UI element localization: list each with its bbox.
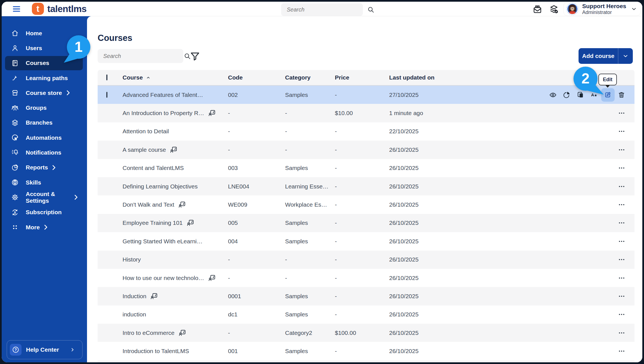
course-updated: 27/10/2025 — [389, 92, 542, 98]
add-course-button[interactable]: Add course — [579, 48, 633, 64]
help-center-button[interactable]: ? Help Center — [7, 340, 83, 359]
chevron-right-icon — [50, 164, 58, 171]
row-checkbox[interactable] — [106, 92, 107, 98]
table-row[interactable]: Intro to eCommerce-Category2$100.0026/10… — [98, 324, 634, 342]
menu-icon[interactable] — [12, 5, 21, 13]
column-header-category[interactable]: Category — [285, 74, 335, 81]
table-row[interactable]: Getting Started With eLearni…004Samples-… — [98, 232, 634, 250]
global-search-input[interactable] — [281, 6, 367, 13]
select-all-checkbox[interactable] — [106, 74, 107, 80]
table-row[interactable]: Attention to Detail---22/10/2025 — [98, 122, 634, 141]
course-name[interactable]: Content and TalentLMS — [123, 165, 184, 171]
course-category: - — [285, 128, 335, 135]
column-header-course[interactable]: Course — [123, 74, 228, 81]
table-row[interactable]: Don't Walk and TextWE009Workplace Es…-26… — [98, 195, 634, 214]
row-more-button[interactable] — [615, 269, 628, 287]
table-row[interactable]: A sample course---26/10/2025 — [98, 141, 634, 159]
sidebar-item-account-settings[interactable]: Account & Settings — [2, 190, 87, 205]
sidebar-item-learning-paths[interactable]: Learning paths — [2, 71, 87, 85]
row-more-button[interactable] — [615, 324, 628, 342]
course-code: LNE004 — [228, 183, 285, 190]
row-more-button[interactable] — [615, 178, 628, 195]
sidebar-item-subscription[interactable]: $Subscription — [2, 205, 87, 220]
sidebar-item-more[interactable]: More — [2, 220, 87, 235]
chevron-down-icon — [622, 53, 629, 59]
trash-icon — [618, 91, 625, 99]
logo[interactable]: t talentlms — [32, 3, 86, 15]
delete-button[interactable] — [615, 86, 628, 104]
sidebar-item-course-store[interactable]: Course store — [2, 85, 87, 100]
table-row[interactable]: An Introduction to Property R…--$10.001 … — [98, 104, 634, 122]
user-name: Support Heroes — [582, 3, 626, 10]
search-icon[interactable] — [367, 6, 374, 13]
logo-wordmark: talentlms — [47, 4, 86, 14]
course-name[interactable]: Introduction to TalentLMS — [123, 348, 189, 354]
course-name[interactable]: A sample course — [123, 146, 166, 153]
sidebar-item-notifications[interactable]: Notifications — [2, 145, 87, 160]
user-menu[interactable]: Support Heroes Administrator — [563, 2, 641, 16]
table-row[interactable]: Defining Learning ObjectivesLNE004Learni… — [98, 177, 634, 195]
table-row[interactable]: How to use our new technolo…---26/10/202… — [98, 269, 634, 287]
row-more-button[interactable] — [615, 141, 628, 159]
sidebar-item-label: Course store — [26, 90, 62, 96]
sidebar-item-branches[interactable]: Branches — [2, 115, 87, 130]
preview-button[interactable] — [546, 86, 560, 104]
course-name[interactable]: Intro to eCommerce — [123, 330, 175, 336]
row-more-button[interactable] — [615, 214, 628, 232]
course-price: - — [335, 220, 389, 226]
table-row[interactable]: Content and TalentLMS003Samples-26/10/20… — [98, 159, 634, 177]
course-category: Samples — [285, 92, 335, 98]
messages-icon[interactable] — [533, 4, 542, 14]
row-more-button[interactable] — [615, 104, 628, 122]
course-name[interactable]: Induction — [123, 293, 146, 300]
table-row[interactable]: History---26/10/2025 — [98, 251, 634, 269]
course-name[interactable]: Employee Training 101 — [123, 220, 183, 226]
table-row[interactable]: Advanced Features of Talent…002Samples-2… — [98, 86, 634, 104]
course-name[interactable]: Advanced Features of Talent… — [123, 92, 203, 98]
chevron-down-icon — [631, 6, 637, 12]
column-header-code[interactable]: Code — [228, 74, 285, 81]
row-more-button[interactable] — [615, 159, 628, 177]
more-dots-icon — [618, 109, 625, 117]
svg-text:$: $ — [14, 211, 16, 214]
add-course-dropdown[interactable] — [618, 48, 633, 64]
table-row[interactable]: Employee Training 101005Samples-26/10/20… — [98, 214, 634, 232]
course-name[interactable]: How to use our new technolo… — [123, 275, 204, 281]
table-row[interactable]: Introduction to TalentLMS001Samples-26/1… — [98, 342, 634, 360]
more-dots-icon — [618, 128, 625, 135]
sidebar-item-skills[interactable]: Skills — [2, 175, 87, 190]
row-more-button[interactable] — [615, 251, 628, 269]
course-category: Samples — [285, 238, 335, 245]
course-name[interactable]: Don't Walk and Text — [123, 201, 174, 208]
course-updated: 26/10/2025 — [389, 238, 542, 245]
sidebar-item-reports[interactable]: Reports — [2, 160, 87, 175]
sidebar-item-automations[interactable]: Automations — [2, 130, 87, 145]
row-more-button[interactable] — [615, 232, 628, 250]
row-more-button[interactable] — [615, 342, 628, 360]
add-course-label[interactable]: Add course — [579, 48, 618, 64]
course-bundles-icon[interactable] — [549, 4, 559, 14]
column-header-price[interactable]: Price — [335, 74, 389, 81]
row-more-button[interactable] — [615, 196, 628, 214]
table-row[interactable]: Induction0001Samples-26/10/2025 — [98, 287, 634, 305]
sidebar-item-label: Branches — [26, 119, 53, 126]
row-more-button[interactable] — [615, 122, 628, 140]
filter-icon[interactable] — [189, 51, 201, 62]
course-price: - — [335, 256, 389, 263]
course-updated: 26/10/2025 — [389, 348, 542, 354]
course-name[interactable]: History — [123, 256, 141, 263]
courses-search-input[interactable] — [98, 53, 184, 59]
course-name[interactable]: Defining Learning Objectives — [123, 183, 198, 190]
row-more-button[interactable] — [615, 287, 628, 305]
table-row[interactable]: inductiondc1Samples-26/10/2025 — [98, 305, 634, 324]
main-content: Courses Add course Course — [87, 16, 642, 362]
course-name[interactable]: Attention to Detail — [123, 128, 169, 135]
course-name[interactable]: Getting Started With eLearni… — [123, 238, 203, 245]
course-name[interactable]: An Introduction to Property R… — [123, 110, 204, 116]
course-code: - — [228, 256, 285, 263]
sidebar-item-groups[interactable]: Groups — [2, 100, 87, 115]
sort-asc-icon — [145, 75, 151, 80]
row-more-button[interactable] — [615, 305, 628, 323]
course-name[interactable]: induction — [123, 311, 146, 318]
column-header-last-updated[interactable]: Last updated on — [389, 74, 542, 81]
